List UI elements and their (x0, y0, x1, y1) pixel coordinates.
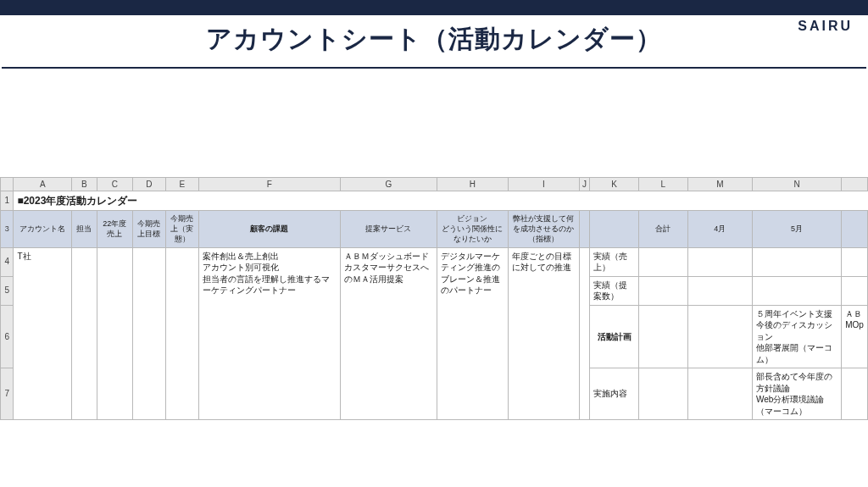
grid: A B C D E F G H I J K L M N 1 ■2023年度活動カ… (0, 177, 868, 420)
cell-apr-r2[interactable] (687, 276, 752, 305)
hdr-actual[interactable]: 今期売上（実態） (165, 211, 198, 247)
cell-k-r3[interactable]: 活動計画 (589, 305, 638, 368)
hdr-apr[interactable]: 4月 (687, 211, 752, 247)
col-head[interactable]: E (165, 178, 198, 191)
cell-o-r4[interactable] (842, 368, 868, 420)
cell-total-r3[interactable] (639, 305, 688, 368)
cell-apr-r4[interactable] (687, 368, 752, 420)
title-underline (2, 67, 866, 69)
hdr-overflow[interactable] (842, 211, 868, 247)
cell-total-r2[interactable] (639, 276, 688, 305)
hdr-kpi[interactable]: 弊社が支援して何を成功させるのか（指標） (508, 211, 579, 247)
cell-proposal[interactable]: ＡＢＭダッシュボードカスタマーサクセスへのＭＡ活用提案 (340, 247, 437, 420)
col-head[interactable]: A (14, 178, 72, 191)
col-head[interactable]: F (199, 178, 341, 191)
header-row: 3 アカウント名 担当 22年度売上 今期売上目標 今期売上（実態） 顧客の課題… (1, 211, 868, 247)
cell-total-r1[interactable] (639, 247, 688, 276)
cell-issues[interactable]: 案件創出＆売上創出アカウント別可視化担当者の言語を理解し推進するマーケティングパ… (199, 247, 341, 420)
page-title: アカウントシート（活動カレンダー） (0, 22, 868, 57)
row-num[interactable]: 1 (1, 191, 14, 211)
col-head[interactable]: G (340, 178, 437, 191)
sheet-title[interactable]: ■2023年度活動カレンダー (14, 191, 868, 211)
cell-owner[interactable] (72, 247, 97, 420)
cell-jgap[interactable] (580, 247, 590, 420)
data-row: 4 T社 案件創出＆売上創出アカウント別可視化担当者の言語を理解し推進するマーケ… (1, 247, 868, 276)
sheet-title-row: 1 ■2023年度活動カレンダー (1, 191, 868, 211)
col-head[interactable]: L (639, 178, 688, 191)
cell-total-r4[interactable] (639, 368, 688, 420)
cell-may-plan[interactable]: ５周年イベント支援今後のディスカッション他部署展開（マーコム） (752, 305, 841, 368)
hdr-total[interactable]: 合計 (639, 211, 688, 247)
row-num[interactable]: 6 (1, 305, 14, 368)
row-num[interactable]: 4 (1, 247, 14, 276)
cell-k-r1[interactable]: 実績（売上） (589, 247, 638, 276)
cell-target[interactable] (133, 247, 166, 420)
row-num[interactable]: 7 (1, 368, 14, 420)
cell-o-r2[interactable] (842, 276, 868, 305)
col-head[interactable]: M (687, 178, 752, 191)
col-head[interactable]: I (508, 178, 579, 191)
hdr-jgap[interactable] (580, 211, 590, 247)
hdr-issues[interactable]: 顧客の課題 (199, 211, 341, 247)
cell-actual[interactable] (165, 247, 198, 420)
cell-account[interactable]: T社 (14, 247, 72, 420)
hdr-may[interactable]: 5月 (752, 211, 841, 247)
col-head[interactable]: D (133, 178, 166, 191)
hdr-kgap[interactable] (589, 211, 638, 247)
col-head[interactable]: N (752, 178, 841, 191)
col-head[interactable]: J (580, 178, 590, 191)
hdr-owner[interactable]: 担当 (72, 211, 97, 247)
col-header-row: A B C D E F G H I J K L M N (1, 178, 868, 191)
cell-kpi[interactable]: 年度ごとの目標に対しての推進 (508, 247, 579, 420)
cell-may-exec[interactable]: 部長含めて今年度の方針議論Web分析環境議論（マーコム） (752, 368, 841, 420)
col-head[interactable]: C (97, 178, 133, 191)
cell-o-plan[interactable]: ＡＢMOp (842, 305, 868, 368)
col-head[interactable] (842, 178, 868, 191)
hdr-fy22[interactable]: 22年度売上 (97, 211, 133, 247)
cell-may-r1[interactable] (752, 247, 841, 276)
cell-apr-r1[interactable] (687, 247, 752, 276)
cell-k-r2[interactable]: 実績（提案数） (589, 276, 638, 305)
spreadsheet: A B C D E F G H I J K L M N 1 ■2023年度活動カ… (0, 177, 868, 420)
hdr-target[interactable]: 今期売上目標 (133, 211, 166, 247)
cell-o-r1[interactable] (842, 247, 868, 276)
col-head[interactable]: B (72, 178, 97, 191)
hdr-account[interactable]: アカウント名 (14, 211, 72, 247)
cell-may-r2[interactable] (752, 276, 841, 305)
hdr-proposal[interactable]: 提案サービス (340, 211, 437, 247)
cell-apr-r3[interactable] (687, 305, 752, 368)
row-num[interactable]: 5 (1, 276, 14, 305)
col-head[interactable]: K (589, 178, 638, 191)
top-bar (0, 0, 868, 15)
cell-k-r4[interactable]: 実施内容 (589, 368, 638, 420)
cell-vision[interactable]: デジタルマーケティング推進のブレーン＆推進のパートナー (437, 247, 508, 420)
row-num[interactable]: 3 (1, 211, 14, 247)
cell-fy22[interactable] (97, 247, 133, 420)
col-head[interactable]: H (437, 178, 508, 191)
brand-logo: SAIRU (798, 19, 853, 34)
hdr-vision[interactable]: ビジョンどういう関係性になりたいか (437, 211, 508, 247)
col-head[interactable] (1, 178, 14, 191)
